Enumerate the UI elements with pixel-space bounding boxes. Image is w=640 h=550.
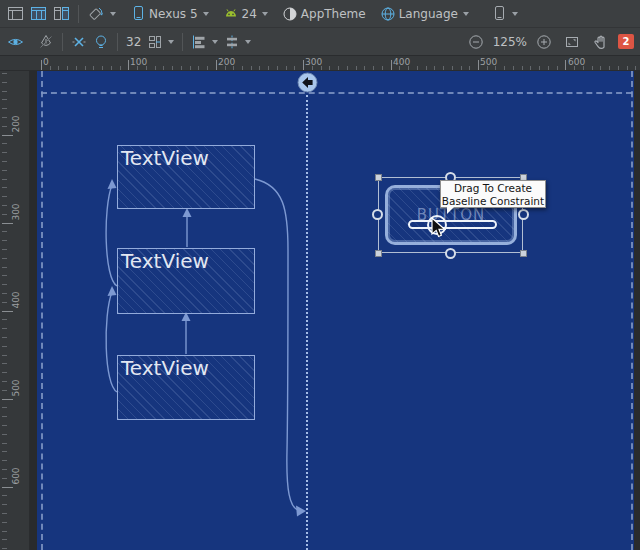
device-left-bound [41,71,43,550]
horizontal-ruler: 0 100 200 300 400 500 600 [0,56,640,71]
locale-selector[interactable]: Language [377,4,472,24]
autoconnect-button[interactable] [35,32,57,52]
zoom-in-button[interactable] [533,32,555,52]
design-surface[interactable]: TextView TextView TextView BUTTON Drag T… [30,71,640,550]
device-right-bound [631,71,633,550]
chevron-down-icon [245,40,251,44]
chevron-down-icon [203,12,209,16]
show-options-button[interactable] [4,32,27,52]
textview-widget-1[interactable]: TextView [117,145,255,209]
ruler-label: 400 [11,286,21,314]
distribute-icon [224,34,240,50]
guidelines-button[interactable] [221,32,254,52]
tooltip-line-2: Baseline Constraint [441,195,545,208]
theme-selector[interactable]: AppTheme [279,4,369,24]
ruler-label: 300 [11,198,21,226]
theme-label: AppTheme [301,7,366,21]
pack-button[interactable] [144,32,177,52]
chevron-down-icon [212,40,218,44]
split-view-button[interactable] [50,3,73,24]
textview-widget-2[interactable]: TextView [117,248,255,314]
align-icon [191,34,207,50]
zoom-level: 125% [493,35,527,49]
anchor-left[interactable] [372,209,383,220]
default-margin-button[interactable]: 32 [123,33,144,51]
editor-toolbar: Nexus 5 24 AppTheme Language [0,0,640,28]
device-selector[interactable]: Nexus 5 [127,3,212,24]
baseline-constraint-handle[interactable] [408,220,497,229]
design-surface-toolbar: 32 125% 2 [0,28,640,56]
theme-icon [282,6,298,22]
chevron-down-icon [262,12,268,16]
tooltip-line-1: Drag To Create [441,182,545,195]
default-margin-value: 32 [126,35,141,49]
phone-icon [491,5,507,22]
resize-handle-bottom-right[interactable] [520,250,527,257]
pack-icon [147,34,163,50]
split-view-icon [53,5,70,22]
ruler-label: 300 [305,57,322,67]
rotate-device-icon [87,5,105,22]
tooltip-tail [447,207,454,214]
api-level-label: 24 [242,7,257,21]
vertical-ruler: 200 300 400 500 600 [0,71,30,550]
android-studio-layout-editor: { "toolbar_top": { "device_label": "Nexu… [0,0,640,550]
autoconnect-icon [38,34,54,50]
toolbar-separator [117,33,118,51]
align-button[interactable] [188,32,221,52]
ruler-label: 0 [43,57,49,67]
textview-label: TextView [121,356,209,380]
fit-screen-icon [564,34,580,50]
zoom-out-button[interactable] [465,32,487,52]
cursor-icon [431,217,447,243]
orientation-button[interactable] [84,3,119,24]
api-version-selector[interactable]: 24 [220,4,271,24]
phone-icon [130,5,146,22]
blueprint-canvas[interactable]: TextView TextView TextView BUTTON Drag T… [37,71,634,550]
zoom-out-icon [468,34,484,50]
zoom-in-icon [536,34,552,50]
chevron-down-icon [110,12,116,16]
resize-handle-top-left[interactable] [375,174,382,181]
resize-handle-bottom-left[interactable] [375,250,382,257]
blueprint-view-icon [30,5,47,22]
clear-constraints-icon [71,34,87,50]
virtual-device-button[interactable] [488,3,521,24]
blueprint-view-button[interactable] [27,3,50,24]
android-icon [223,6,239,22]
vertical-guideline[interactable] [306,95,308,550]
ruler-label: 400 [393,57,410,67]
textview-widget-3[interactable]: TextView [117,355,255,420]
eye-icon [7,34,24,50]
device-label: Nexus 5 [149,7,198,21]
toolbar-separator [182,33,183,51]
anchor-bottom[interactable] [445,248,456,259]
locale-label: Language [399,7,458,21]
pan-button[interactable] [589,32,612,52]
ruler-label: 500 [480,57,497,67]
ruler-label: 600 [568,57,585,67]
infer-constraints-button[interactable] [90,32,112,52]
guideline-anchor-badge[interactable] [297,72,318,97]
zoom-to-fit-button[interactable] [561,32,583,52]
ruler-label: 200 [11,110,21,138]
chevron-down-icon [168,40,174,44]
globe-icon [380,6,396,22]
toolbar-separator [62,33,63,51]
device-top-bound [41,92,632,94]
ruler-label: 500 [11,374,21,402]
ruler-label: 600 [11,462,21,490]
ruler-label: 200 [218,57,235,67]
textview-label: TextView [121,249,209,273]
design-view-icon [7,5,24,22]
design-view-button[interactable] [4,3,27,24]
anchor-right[interactable] [518,209,529,220]
hand-icon [592,34,609,50]
back-arrow-icon [297,72,318,93]
chevron-down-icon [512,12,518,16]
toolbar-separator [78,5,79,23]
lightbulb-icon [93,34,109,50]
error-count-badge[interactable]: 2 [618,34,634,49]
clear-constraints-button[interactable] [68,32,90,52]
baseline-tooltip: Drag To Create Baseline Constraint [440,180,546,208]
